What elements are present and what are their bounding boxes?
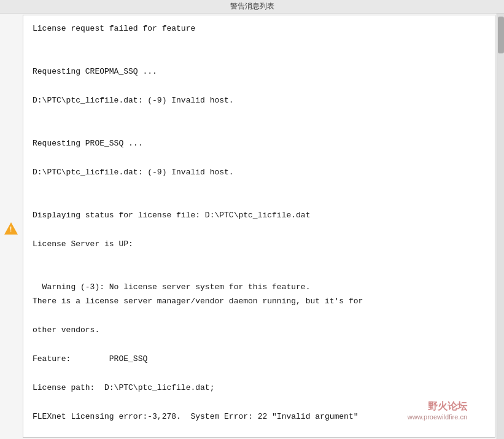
content-area[interactable]: License request failed for feature Reque… (23, 15, 495, 438)
log-text: License request failed for feature Reque… (33, 21, 486, 438)
warning-icon: ! (4, 222, 18, 236)
scrollbar-vertical[interactable] (497, 14, 504, 439)
scroll-thumb[interactable] (498, 17, 504, 53)
warning-exclamation: ! (10, 226, 12, 233)
warning-icon-column: ! (0, 14, 21, 439)
title-bar: 警告消息列表 (0, 0, 504, 14)
main-container: ! License request failed for feature Req… (0, 14, 504, 439)
title-label: 警告消息列表 (230, 1, 274, 12)
